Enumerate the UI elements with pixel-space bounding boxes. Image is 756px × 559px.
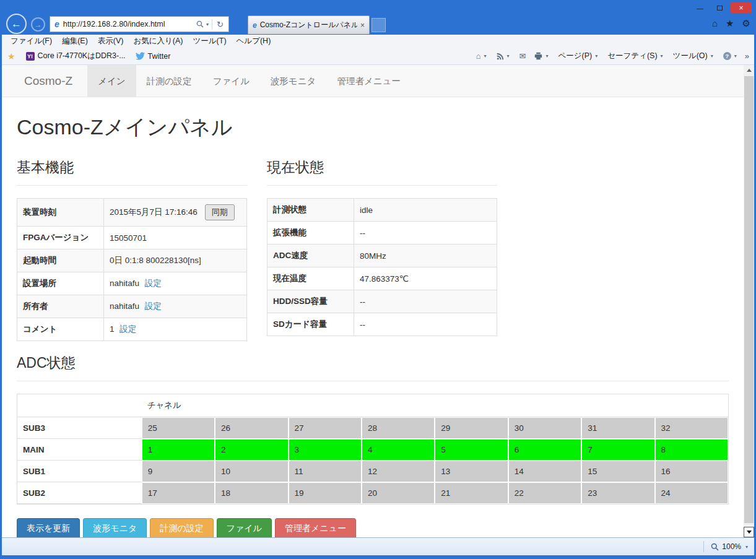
favorite-item[interactable]: Y! Core i7-4770KはDDR3-... [21, 51, 131, 61]
address-bar[interactable]: e ▾ ↻ [50, 16, 229, 32]
favorites-bar-star-icon[interactable]: ★ [2, 51, 21, 61]
refresh-display-button[interactable]: 表示を更新 [17, 518, 80, 537]
adc-row-label: SUB1 [17, 461, 142, 482]
section-heading-status: 現在状態 [267, 158, 497, 186]
forward-arrow-icon: → [35, 20, 42, 29]
section-heading-basic: 基本機能 [17, 158, 247, 186]
sync-button[interactable]: 同期 [205, 204, 235, 220]
row-value: 47.863373℃ [354, 267, 497, 290]
adc-cell: 31 [581, 417, 654, 439]
table-row: コメント 1 設定 [17, 318, 247, 341]
scroll-up-button[interactable] [744, 65, 754, 76]
settings-link[interactable]: 設定 [145, 279, 162, 288]
table-row: 拡張機能 -- [267, 222, 497, 245]
adc-row-label: MAIN [17, 439, 142, 461]
back-arrow-icon: ← [11, 18, 22, 30]
tools-menu-button[interactable]: ツール(O) ▾ [669, 51, 719, 61]
measurement-settings-button[interactable]: 計測の設定 [150, 518, 213, 537]
adc-cell: 27 [289, 417, 362, 439]
adc-cell: 24 [655, 482, 728, 504]
new-tab-button[interactable] [371, 18, 386, 32]
table-row: ADC速度 80MHz [267, 245, 497, 267]
settings-gear-icon[interactable]: ⚙ [742, 18, 750, 29]
row-value: nahitafu 設定 [104, 272, 247, 295]
browser-window: — × ← → e ▾ ↻ e Cosmo-Zコントロールパネル × [0, 0, 756, 559]
location-value: nahitafu [110, 279, 139, 288]
favorites-overflow-chevron[interactable]: » [742, 51, 754, 61]
current-status-section: 現在状態 計測状態 idle 拡張機能 -- ADC速度 80MHz [267, 145, 497, 341]
favorite-item[interactable]: Twitter [131, 52, 176, 61]
row-label: FPGAバージョン [17, 227, 104, 249]
menu-item-file[interactable]: ファイル(F) [6, 35, 57, 48]
browser-tab[interactable]: e Cosmo-Zコントロールパネル × [248, 15, 370, 34]
waveform-monitor-button[interactable]: 波形モニタ [83, 518, 147, 537]
section-heading-adc: ADC状態 [17, 353, 729, 381]
nav-item-files[interactable]: ファイル [202, 65, 260, 97]
page-menu-button[interactable]: ページ(P) ▾ [554, 51, 603, 61]
menu-item-favorites[interactable]: お気に入り(A) [128, 35, 188, 48]
help-icon: ? [723, 52, 731, 60]
favorites-star-icon[interactable]: ★ [726, 18, 734, 29]
nav-item-main[interactable]: メイン [87, 65, 136, 97]
row-label: 所有者 [17, 295, 104, 318]
settings-link[interactable]: 設定 [119, 324, 136, 334]
minimize-button[interactable]: — [691, 2, 709, 13]
caption-buttons: — × [691, 2, 752, 13]
action-buttons: 表示を更新 波形モニタ 計測の設定 ファイル 管理者メニュー [17, 518, 729, 537]
scroll-down-button[interactable] [744, 527, 754, 537]
safety-menu-button[interactable]: セーフティ(S) ▾ [603, 51, 668, 61]
back-button[interactable]: ← [6, 14, 27, 34]
row-label: SDカード容量 [267, 313, 354, 336]
zoom-control[interactable]: 100% ▾ [703, 538, 749, 555]
scrollbar-thumb[interactable] [744, 76, 754, 523]
adc-row-main: MAIN 1 2 3 4 5 6 7 8 [17, 439, 728, 461]
menu-item-help[interactable]: ヘルプ(H) [232, 35, 276, 48]
tab-close-icon[interactable]: × [360, 21, 365, 30]
nav-item-waveform-monitor[interactable]: 波形モニタ [260, 65, 327, 97]
adc-header-row: チャネル [17, 394, 728, 417]
adc-cell: 1 [142, 439, 215, 461]
row-label: 設置場所 [17, 272, 104, 295]
table-row: HDD/SSD容量 -- [267, 290, 497, 313]
address-dropdown-caret-icon[interactable]: ▾ [205, 22, 210, 27]
maximize-icon [717, 6, 723, 11]
adc-cell: 14 [508, 461, 581, 482]
forward-button[interactable]: → [31, 17, 45, 32]
read-mail-button[interactable]: ✉ [515, 51, 531, 61]
menu-item-edit[interactable]: 編集(E) [57, 35, 93, 48]
home-icon[interactable]: ⌂ [712, 18, 718, 29]
admin-menu-button[interactable]: 管理者メニュー [275, 518, 356, 537]
adc-row-sub3: SUB3 25 26 27 28 29 30 31 32 [17, 417, 728, 439]
zoom-level: 100% [722, 542, 741, 551]
ie-favicon: e [53, 19, 61, 29]
maximize-button[interactable] [711, 2, 729, 13]
vertical-scrollbar [744, 65, 754, 537]
zoom-magnifier-icon [711, 543, 719, 551]
files-button[interactable]: ファイル [217, 518, 272, 537]
url-input[interactable] [61, 17, 195, 32]
caret-icon: ▾ [710, 53, 715, 59]
row-value: -- [354, 222, 497, 245]
table-row: 現在温度 47.863373℃ [267, 267, 497, 290]
comment-value: 1 [110, 324, 115, 334]
table-row: SDカード容量 -- [267, 313, 497, 336]
caret-icon: ▾ [733, 53, 738, 59]
close-button[interactable]: × [731, 2, 752, 13]
home-menu-button[interactable]: ⌂ ▾ [472, 51, 492, 61]
menu-item-tools[interactable]: ツール(T) [188, 35, 232, 48]
adc-cell: 8 [655, 439, 728, 461]
site-brand[interactable]: Cosmo-Z [2, 65, 87, 97]
settings-link[interactable]: 設定 [145, 301, 162, 311]
row-value: idle [354, 199, 497, 222]
menu-item-view[interactable]: 表示(V) [93, 35, 129, 48]
help-menu-button[interactable]: ? ▾ [719, 52, 742, 60]
print-button[interactable]: ▾ [530, 52, 554, 60]
page-content: Cosmo-Zメインパネル 基本機能 装置時刻 2015年5月7日 17:16:… [2, 113, 744, 537]
search-icon[interactable] [195, 20, 205, 28]
nav-item-admin-menu[interactable]: 管理者メニュー [326, 65, 411, 97]
refresh-icon[interactable]: ↻ [214, 20, 226, 29]
address-separator [212, 19, 212, 29]
rss-feeds-button[interactable]: ▾ [492, 53, 515, 60]
nav-item-measurement-settings[interactable]: 計測の設定 [136, 65, 202, 97]
adc-cell: 28 [362, 417, 435, 439]
